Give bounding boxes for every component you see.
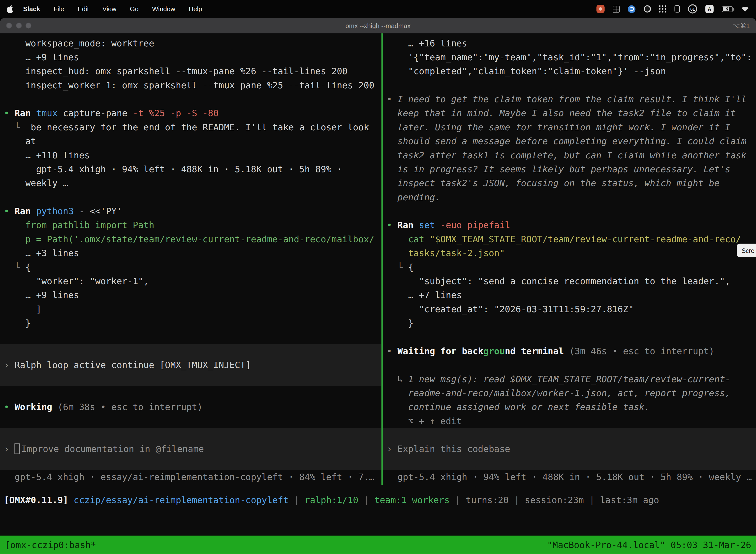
terminal-line: pending. xyxy=(383,190,756,204)
battery-percent-ring-icon[interactable]: 61 xyxy=(688,4,697,13)
terminal-line: readme-and-reco/mailbox/worker-1.json, a… xyxy=(383,386,756,400)
terminal-line: gpt-5.4 xhigh · 94% left · 488K in · 5.1… xyxy=(383,470,756,484)
prompt-input-left[interactable]: › Improve documentation in @filename xyxy=(0,428,381,470)
terminal-line: tasks/task-2.json" xyxy=(383,246,756,260)
zoom-button[interactable] xyxy=(25,22,31,28)
terminal-line: from pathlib import Path xyxy=(0,218,381,232)
terminal-line: '{"team_name":"my-team","task_id":"1","f… xyxy=(383,50,756,64)
screen-overlay-tooltip: Scre xyxy=(737,244,756,257)
window-tiles-icon[interactable] xyxy=(613,5,620,12)
terminal-line: ] xyxy=(0,302,381,316)
terminal-line: • Ran python3 - <<'PY' xyxy=(0,204,381,218)
terminal-line[interactable]: › Ralph loop active continue [OMX_TMUX_I… xyxy=(0,358,381,372)
menu-view[interactable]: View xyxy=(103,5,116,12)
left-scrollback: workspace_mode: worktree … +9 lines insp… xyxy=(0,36,381,344)
terminal-line: ↳ 1 new msg(s): read $OMX_TEAM_STATE_ROO… xyxy=(383,372,756,386)
terminal: workspace_mode: worktree … +9 lines insp… xyxy=(0,33,756,536)
terminal-line: should send a message before completing … xyxy=(383,134,756,148)
terminal-line: … +7 lines xyxy=(383,288,756,302)
ralph-inject-notice[interactable]: › Ralph loop active continue [OMX_TMUX_I… xyxy=(0,344,381,386)
terminal-line: weekly … xyxy=(0,176,381,190)
terminal-line: gpt-5.4 xhigh · essay/ai-reimplementatio… xyxy=(0,470,381,484)
terminal-line xyxy=(0,414,381,428)
terminal-line: later. Using the same for transition mig… xyxy=(383,120,756,134)
terminal-line: └ { xyxy=(0,260,381,274)
terminal-line: └ { xyxy=(383,260,756,274)
window-shortcut-hint: ⌥⌘1 xyxy=(733,22,750,29)
omx-status-line: [OMX#0.11.9] cczip/essay/ai-reimplementa… xyxy=(0,493,756,507)
terminal-line: … +3 lines xyxy=(0,246,381,260)
terminal-line: "subject": "send a concise recommendatio… xyxy=(383,274,756,288)
terminal-line: └ be necessary for the end of the README… xyxy=(0,120,381,134)
terminal-line xyxy=(0,330,381,344)
menu-window[interactable]: Window xyxy=(152,5,175,12)
menu-bar-status-icons: 61 A xyxy=(596,4,749,13)
menu-edit[interactable]: Edit xyxy=(78,5,89,12)
terminal-line: • Working (6m 38s • esc to interrupt) xyxy=(0,400,381,414)
record-circle-icon[interactable] xyxy=(644,5,651,12)
terminal-line: gpt-5.4 xhigh · 94% left · 488K in · 5.1… xyxy=(0,162,381,176)
terminal-line: • Ran tmux capture-pane -t %25 -p -S -80 xyxy=(0,106,381,120)
terminal-line: at xyxy=(0,134,381,148)
menu-file[interactable]: File xyxy=(54,5,64,12)
terminal-line: workspace_mode: worktree xyxy=(0,36,381,50)
terminal-line: task2 after task1 is complete, but can I… xyxy=(383,148,756,162)
tmux-pane-divider[interactable] xyxy=(381,33,383,485)
terminal-line: } xyxy=(383,316,756,330)
screen: Slack File Edit View Go Window Help 61 A xyxy=(0,0,756,554)
terminal-line xyxy=(383,204,756,218)
terminal-line: … +9 lines xyxy=(0,50,381,64)
menu-items: File Edit View Go Window Help xyxy=(54,5,202,12)
terminal-line[interactable]: › Explain this codebase xyxy=(383,442,756,456)
menu-go[interactable]: Go xyxy=(130,5,139,12)
right-statusline: gpt-5.4 xhigh · 94% left · 488K in · 5.1… xyxy=(383,470,756,484)
apple-icon xyxy=(7,5,13,13)
terminal-line: • Waiting for background terminal (3m 46… xyxy=(383,344,756,358)
terminal-line: • Ran set -euo pipefail xyxy=(383,218,756,232)
terminal-line: } xyxy=(0,316,381,330)
terminal-line: inspect_hud: omx sparkshell --tmux-pane … xyxy=(0,64,381,78)
prompt-input-right[interactable]: › Explain this codebase xyxy=(383,428,756,470)
menu-help[interactable]: Help xyxy=(189,5,202,12)
battery-icon[interactable] xyxy=(722,6,733,12)
terminal-line: cat "$OMX_TEAM_STATE_ROOT/team/review-cu… xyxy=(383,232,756,246)
screen-recording-indicator-icon[interactable] xyxy=(596,5,605,13)
minimize-button[interactable] xyxy=(16,22,21,28)
blue-swirl-app-icon[interactable] xyxy=(628,5,635,13)
right-scrollback: … +16 lines '{"team_name":"my-team","tas… xyxy=(383,36,756,428)
terminal-line: keep that in mind. Maybe I also need the… xyxy=(383,106,756,120)
device-icon[interactable] xyxy=(675,5,680,12)
wifi-icon[interactable] xyxy=(741,6,749,12)
tmux-pane-left[interactable]: workspace_mode: worktree … +9 lines insp… xyxy=(0,33,381,485)
terminal-line: ⌥ + ↑ edit xyxy=(383,414,756,428)
terminal-line xyxy=(0,92,381,106)
terminal-line: [OMX#0.11.9] cczip/essay/ai-reimplementa… xyxy=(0,493,756,507)
close-button[interactable] xyxy=(6,22,12,28)
terminal-line: p = Path('.omx/state/team/review-current… xyxy=(0,232,381,246)
terminal-line xyxy=(0,190,381,204)
tmux-status-bar: [omx-cczip0:bash* "MacBook-Pro-44.local"… xyxy=(0,536,756,554)
tmux-pane-right[interactable]: … +16 lines '{"team_name":"my-team","tas… xyxy=(383,33,756,485)
text-cursor xyxy=(15,443,20,454)
terminal-line: inspect task2's JSON, focusing on the st… xyxy=(383,176,756,190)
left-working: • Working (6m 38s • esc to interrupt) xyxy=(0,386,381,428)
charging-bolt-icon xyxy=(726,7,729,11)
terminal-line: "worker": "worker-1", xyxy=(0,274,381,288)
menu-app-name[interactable]: Slack xyxy=(23,5,40,12)
tmux-session-window[interactable]: [omx-cczip0:bash* xyxy=(5,540,96,550)
tmux-host-clock: "MacBook-Pro-44.local" 05:03 31-Mar-26 xyxy=(547,540,751,550)
terminal-line[interactable]: › Improve documentation in @filename xyxy=(0,442,381,456)
traffic-lights xyxy=(6,22,31,28)
terminal-line: … +110 lines xyxy=(0,148,381,162)
terminal-line: … +16 lines xyxy=(383,36,756,50)
terminal-line: inspect_worker-1: omx sparkshell --tmux-… xyxy=(0,78,381,92)
input-source-icon[interactable]: A xyxy=(705,5,713,13)
apple-menu[interactable] xyxy=(7,5,13,13)
terminal-line xyxy=(383,330,756,344)
terminal-line: "completed","claim_token":"claim-token"}… xyxy=(383,64,756,78)
window-title-bar[interactable]: omx --xhigh --madmax ⌥⌘1 xyxy=(0,18,756,33)
terminal-line: is in progress? It seems likely but perh… xyxy=(383,162,756,176)
menu-bar: Slack File Edit View Go Window Help 61 A xyxy=(0,0,756,18)
terminal-line: … +9 lines xyxy=(0,288,381,302)
dots-grid-icon[interactable] xyxy=(659,5,666,12)
